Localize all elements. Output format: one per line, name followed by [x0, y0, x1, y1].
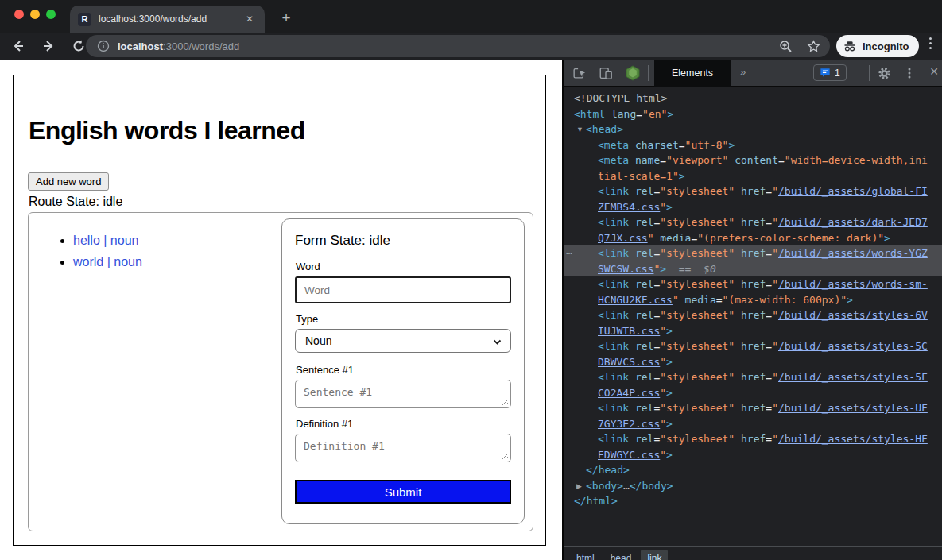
dom-node-line[interactable]: HCNGU2KF.css" media="(max-width: 600px)"…	[564, 292, 942, 308]
dom-node-line[interactable]: Q7JX.css" media="(prefers-color-scheme: …	[564, 230, 942, 246]
device-toolbar-icon[interactable]	[597, 65, 614, 81]
submit-button[interactable]: Submit	[295, 480, 511, 504]
word-label: Word	[296, 261, 511, 272]
minimize-window-button[interactable]	[30, 10, 40, 19]
more-tabs-icon[interactable]: »	[740, 66, 746, 78]
page-title: English words I learned	[29, 116, 305, 145]
dom-node-line[interactable]: <link rel="stylesheet" href="/build/_ass…	[564, 183, 942, 199]
dom-node-line[interactable]: <meta charset="utf-8">	[564, 137, 942, 153]
back-button[interactable]	[8, 36, 29, 56]
dom-node-line[interactable]: IUJWTB.css">	[564, 323, 942, 339]
dom-node-line[interactable]: <link rel="stylesheet" href="/build/_ass…	[564, 214, 942, 230]
settings-gear-icon[interactable]	[875, 65, 893, 81]
url-text: localhost:3000/words/add	[118, 41, 239, 52]
site-info-icon[interactable]	[97, 40, 110, 52]
browser-window: R localhost:3000/words/add ✕ + localhost…	[0, 0, 942, 560]
incognito-label: Incognito	[863, 41, 909, 52]
zoom-icon[interactable]	[779, 40, 793, 53]
issues-count: 1	[835, 68, 840, 79]
dom-node-line[interactable]: EDWGYC.css">	[564, 447, 942, 463]
chevron-down-icon	[492, 337, 502, 347]
definition-label: Definition #1	[296, 418, 511, 430]
dom-breadcrumb: html head link	[564, 546, 942, 560]
add-new-word-button[interactable]: Add new word	[28, 172, 109, 191]
browser-menu-icon[interactable]	[925, 37, 936, 49]
dom-node-line[interactable]: tial-scale=1">	[564, 168, 942, 184]
address-bar[interactable]: localhost:3000/words/add	[86, 35, 830, 57]
dom-node-line[interactable]: ZEMBS4.css">	[564, 199, 942, 215]
breadcrumb-head[interactable]: head	[604, 550, 638, 560]
tab-elements[interactable]: Elements	[654, 60, 731, 87]
dom-node-line[interactable]: ▼<head>	[564, 122, 942, 137]
dom-node-line[interactable]: …<link rel="stylesheet" href="/build/_as…	[564, 245, 942, 261]
page-viewport: English words I learned Add new word Rou…	[0, 60, 562, 560]
remix-favicon: R	[78, 13, 91, 26]
form-state-text: Form State: idle	[295, 233, 511, 249]
toolbar-separator	[869, 65, 870, 81]
devtools-menu-icon[interactable]	[901, 65, 918, 81]
app-container: English words I learned Add new word Rou…	[13, 75, 546, 546]
dom-node-line[interactable]: SWCSW.css"> == $0	[564, 261, 942, 277]
traffic-lights	[14, 10, 56, 19]
type-select-value: Noun	[305, 334, 331, 347]
dom-node-line[interactable]: <link rel="stylesheet" href="/build/_ass…	[564, 400, 942, 416]
words-panel: hello | noun world | noun Form State: id…	[28, 212, 533, 531]
browser-tab[interactable]: R localhost:3000/words/add ✕	[70, 6, 265, 33]
dom-node-line[interactable]: <link rel="stylesheet" href="/build/_ass…	[564, 431, 942, 447]
tab-close-icon[interactable]: ✕	[242, 12, 257, 26]
dom-node-line[interactable]: <!DOCTYPE html>	[564, 91, 942, 106]
dom-node-line[interactable]: </head>	[564, 462, 942, 478]
elements-tree: <!DOCTYPE html><html lang="en">▼<head><m…	[564, 87, 942, 546]
titlebar: R localhost:3000/words/add ✕ +	[0, 0, 942, 33]
issues-counter[interactable]: 1	[813, 64, 847, 81]
type-select[interactable]: Noun	[295, 329, 511, 353]
node-options-ellipsis[interactable]: …	[566, 243, 573, 259]
dom-node-line[interactable]: 7GY3E2.css">	[564, 416, 942, 432]
tab-title: localhost:3000/words/add	[99, 14, 242, 25]
dom-node-line[interactable]: <html lang="en">	[564, 106, 942, 122]
forward-button[interactable]	[38, 36, 59, 56]
nodejs-hexagon-icon[interactable]	[624, 65, 642, 81]
dom-node-line[interactable]: <link rel="stylesheet" href="/build/_ass…	[564, 369, 942, 385]
bookmark-star-icon[interactable]	[807, 40, 820, 53]
expand-arrow-icon[interactable]: ▶	[576, 479, 582, 495]
dom-node-line[interactable]: ▶<body>…</body>	[564, 478, 942, 494]
incognito-badge: Incognito	[836, 35, 919, 57]
devtools-toolbar: Elements » 1 ✕	[564, 60, 942, 87]
word-input[interactable]	[295, 276, 511, 303]
sentence-label: Sentence #1	[296, 364, 511, 376]
dom-node-line[interactable]: CO2A4P.css">	[564, 385, 942, 401]
dom-node-line[interactable]: <link rel="stylesheet" href="/build/_ass…	[564, 338, 942, 354]
issues-icon	[820, 68, 831, 78]
definition-textarea[interactable]	[295, 434, 511, 462]
dom-node-line[interactable]: <link rel="stylesheet" href="/build/_ass…	[564, 276, 942, 292]
breadcrumb-link[interactable]: link	[641, 550, 668, 560]
add-word-form: Form State: idle Word Type Noun Sentence…	[281, 218, 525, 524]
browser-toolbar: localhost:3000/words/add Incognito	[0, 33, 942, 60]
dom-node-line[interactable]: DBWVCS.css">	[564, 354, 942, 370]
dom-node-line[interactable]: </html>	[564, 493, 942, 509]
word-link[interactable]: world | noun	[73, 255, 142, 268]
dom-node-line[interactable]: <meta name="viewport" content="width=dev…	[564, 153, 942, 168]
devtools-close-icon[interactable]: ✕	[926, 65, 942, 78]
dom-node-line[interactable]: <link rel="stylesheet" href="/build/_ass…	[564, 307, 942, 323]
word-link[interactable]: hello | noun	[73, 234, 138, 247]
inspect-element-icon[interactable]	[570, 65, 587, 81]
collapse-arrow-icon[interactable]: ▼	[576, 122, 583, 138]
toolbar-separator	[648, 65, 649, 81]
fullscreen-window-button[interactable]	[46, 10, 56, 19]
new-tab-button[interactable]: +	[275, 8, 297, 29]
sentence-textarea[interactable]	[295, 380, 511, 408]
close-window-button[interactable]	[14, 10, 24, 19]
incognito-icon	[843, 39, 857, 53]
breadcrumb-html[interactable]: html	[570, 550, 601, 560]
type-label: Type	[296, 313, 511, 325]
route-state-text: Route State: idle	[29, 195, 122, 209]
devtools-panel: Elements » 1 ✕ <!DOCTYPE html><html lang…	[562, 60, 942, 560]
